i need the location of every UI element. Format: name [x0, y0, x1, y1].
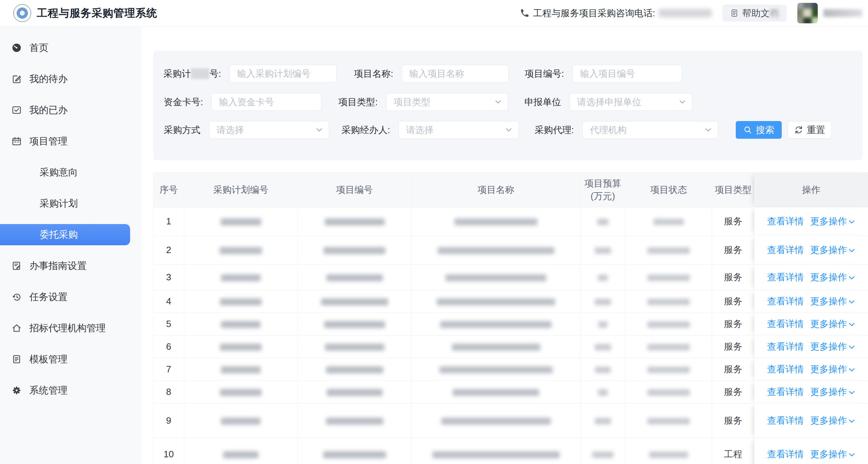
redacted-project-name [412, 358, 581, 381]
search-button[interactable]: 搜索 [736, 121, 782, 139]
more-actions-link[interactable]: 更多操作 [810, 319, 856, 329]
avatar[interactable] [797, 3, 818, 23]
sidebar-item-entrusted-procurement[interactable]: 委托采购 [0, 219, 141, 250]
sidebar-item-system-mgmt[interactable]: 系统管理 [0, 375, 141, 406]
sidebar-item-guide-settings[interactable]: 办事指南设置 [0, 250, 141, 281]
more-actions-link[interactable]: 更多操作 [810, 216, 856, 227]
redacted-project-name [412, 265, 581, 290]
declare-unit-select[interactable]: 请选择申报单位 [570, 93, 692, 111]
redacted-plan-no [184, 336, 298, 358]
redacted-project-no [298, 336, 412, 358]
table-row: 5服务查看详情更多操作 [153, 313, 868, 336]
sidebar-item-my-done[interactable]: 我的已办 [0, 94, 141, 126]
redacted-budget [581, 403, 625, 438]
more-actions-link[interactable]: 更多操作 [810, 364, 856, 374]
table-row: 2服务查看详情更多操作 [153, 236, 868, 265]
project-type-cell: 服务 [712, 290, 755, 313]
view-details-link[interactable]: 查看详情 [767, 216, 804, 227]
redacted-plan-no [184, 381, 298, 403]
redacted-plan-no [184, 236, 298, 265]
view-details-link[interactable]: 查看详情 [767, 364, 804, 374]
redacted-project-no [298, 381, 412, 403]
chevron-down-icon [848, 451, 856, 459]
sidebar-item-template-mgmt[interactable]: 模板管理 [0, 344, 141, 375]
chevron-down-icon [848, 274, 856, 282]
chevron-down-icon [678, 98, 686, 106]
row-index: 2 [153, 236, 184, 265]
redacted-project-no [298, 207, 412, 236]
redacted-project-name [412, 336, 581, 358]
redacted-budget [581, 438, 625, 464]
redacted-plan-no [184, 290, 298, 313]
chevron-down-icon [848, 218, 856, 226]
chevron-down-icon [848, 298, 856, 306]
redacted-budget [581, 207, 625, 236]
fund-card-input[interactable] [211, 93, 321, 111]
project-type-select[interactable]: 项目类型 [386, 93, 508, 111]
redacted-budget [581, 358, 625, 381]
redacted-project-name [412, 438, 581, 464]
phone-icon [520, 8, 530, 18]
sidebar-item-task-settings[interactable]: 任务设置 [0, 281, 141, 313]
edit-icon [12, 74, 22, 84]
project-no-input[interactable] [572, 65, 682, 82]
row-index: 4 [153, 290, 184, 313]
purchase-handler-label: 采购经办人: [342, 124, 390, 136]
more-actions-link[interactable]: 更多操作 [810, 386, 856, 397]
view-details-link[interactable]: 查看详情 [767, 272, 804, 282]
more-actions-link[interactable]: 更多操作 [810, 245, 856, 255]
plan-no-input[interactable] [229, 65, 337, 82]
chevron-down-icon [505, 126, 513, 134]
view-details-link[interactable]: 查看详情 [767, 449, 804, 459]
row-actions: 查看详情更多操作 [755, 290, 868, 313]
redacted-plan-no [184, 358, 298, 381]
view-details-link[interactable]: 查看详情 [767, 319, 804, 329]
plan-no-label: 采购计划编号: [163, 68, 221, 80]
guide-edit-icon [12, 261, 22, 271]
table-row: 9服务查看详情更多操作 [153, 403, 868, 438]
chevron-down-icon [848, 417, 856, 425]
view-details-link[interactable]: 查看详情 [767, 386, 804, 397]
project-no-label: 项目编号: [525, 68, 564, 80]
view-details-link[interactable]: 查看详情 [767, 245, 804, 255]
sidebar-item-my-todo[interactable]: 我的待办 [0, 63, 141, 94]
more-actions-link[interactable]: 更多操作 [810, 272, 856, 282]
purchase-agent-select[interactable]: 代理机构 [582, 121, 718, 139]
project-type-cell: 服务 [712, 381, 755, 403]
app-title: 工程与服务采购管理系统 [37, 6, 157, 21]
more-actions-link[interactable]: 更多操作 [810, 415, 856, 426]
redacted-budget [581, 265, 625, 290]
sidebar-item-agency-mgmt[interactable]: 招标代理机构管理 [0, 313, 141, 344]
more-actions-link[interactable]: 更多操作 [810, 296, 856, 307]
sidebar-item-procurement-plan[interactable]: 采购计划 [0, 188, 141, 219]
redacted-plan-no [184, 313, 298, 336]
sidebar: 首页 我的待办 我的已办 项目管理 [0, 27, 141, 464]
dashboard-icon [12, 43, 22, 53]
more-actions-link[interactable]: 更多操作 [810, 449, 856, 459]
view-details-link[interactable]: 查看详情 [767, 341, 804, 352]
sidebar-item-home[interactable]: 首页 [0, 32, 141, 63]
redacted-status [625, 207, 712, 236]
redacted-plan-no [184, 265, 298, 290]
row-actions: 查看详情更多操作 [755, 381, 868, 403]
sidebar-item-procurement-intent[interactable]: 采购意向 [0, 157, 141, 188]
row-actions: 查看详情更多操作 [755, 207, 868, 236]
chevron-down-icon [848, 321, 856, 328]
project-name-input[interactable] [402, 65, 509, 82]
view-details-link[interactable]: 查看详情 [767, 296, 804, 307]
sidebar-item-project-mgmt[interactable]: 项目管理 [0, 126, 141, 157]
table-row: 4服务查看详情更多操作 [153, 290, 868, 313]
purchase-method-select[interactable]: 请选择 [209, 121, 329, 139]
reset-button[interactable]: 重置 [787, 121, 832, 139]
redacted-budget [581, 290, 625, 313]
chevron-down-icon [315, 126, 323, 134]
consult-phone: 工程与服务项目采购咨询电话: [520, 7, 712, 19]
redacted-status [625, 290, 712, 313]
view-details-link[interactable]: 查看详情 [767, 415, 804, 426]
help-doc-button[interactable]: 帮助文档 [722, 5, 787, 22]
redacted-project-name [412, 236, 581, 265]
more-actions-link[interactable]: 更多操作 [810, 341, 856, 352]
table-row: 3服务查看详情更多操作 [153, 265, 868, 290]
purchase-handler-select[interactable]: 请选择 [398, 121, 519, 139]
chevron-down-icon [494, 98, 502, 106]
